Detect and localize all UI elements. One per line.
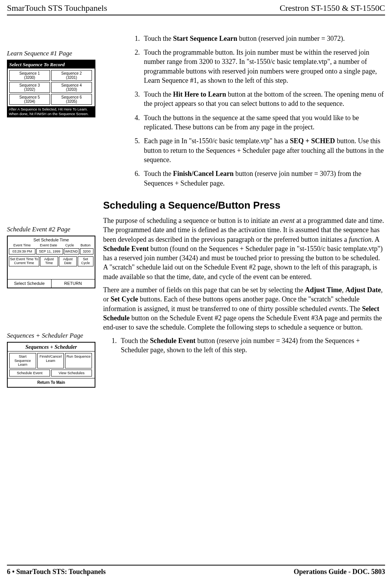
seq-button[interactable]: Sequence 6(3205)	[51, 94, 92, 105]
event-cycle: WKEND	[64, 248, 79, 254]
seq-button[interactable]: Sequence 5(3204)	[9, 94, 50, 105]
header-right: Crestron ST-1550 & ST-1550C	[280, 2, 385, 14]
step-2: Touch the programmable button. Its join …	[142, 48, 385, 85]
step-5: Each page in In "st-1550/c basic templat…	[142, 136, 385, 164]
seq-button[interactable]: Sequence 4(3203)	[51, 82, 92, 93]
set-cycle-button[interactable]: Set Cycle	[78, 256, 93, 266]
header-left: SmarTouch STS Touchpanels	[7, 2, 107, 14]
seq-button[interactable]: Sequence 1(3200)	[9, 70, 50, 81]
fig-sequences-scheduler: Sequences + Scheduler Start Sequence Lea…	[7, 342, 95, 388]
return-button[interactable]: RETURN	[52, 279, 95, 288]
fig2-head: Set Schedule Time	[8, 236, 95, 243]
step-1: Touch the Start Sequence Learn button (r…	[142, 34, 385, 43]
view-schedules-button[interactable]: View Schedules	[51, 370, 92, 377]
seq-button[interactable]: Sequence 2(3201)	[51, 70, 92, 81]
fig2-cols: Event Time Event Date Cycle Button	[8, 243, 95, 248]
scheduling-paragraph-2: There are a number of fields on this pag…	[103, 285, 385, 332]
schedule-event-button[interactable]: Schedule Event	[9, 370, 50, 377]
steps-scheduling: Touch the Schedule Event button (reserve…	[103, 336, 385, 355]
fig1-title: Select Sequence To Record	[8, 60, 95, 69]
finish-cancel-learn-button[interactable]: Finish/Cancel Learn	[37, 353, 64, 368]
adjust-date-button[interactable]: Adjust Date	[59, 256, 77, 266]
section-title-scheduling: Scheduling a Sequence/Button Press	[103, 199, 385, 212]
select-schedule-button[interactable]: Select Schedule	[8, 279, 52, 288]
fig-schedule-event: Set Schedule Time Event Time Event Date …	[7, 236, 95, 288]
event-date: SEP 11, 1999	[36, 248, 63, 254]
event-button: 3200	[80, 248, 93, 254]
page-header: SmarTouch STS Touchpanels Crestron ST-15…	[7, 0, 385, 15]
step-4: Touch the buttons in the sequence at the…	[142, 113, 385, 132]
step-6: Touch the Finish/Cancel Learn button (re…	[142, 169, 385, 188]
fig2-caption: Schedule Event #2 Page	[7, 225, 118, 234]
seq-button[interactable]: Sequence 3(3202)	[9, 82, 50, 93]
page-footer: 6 • SmarTouch STS: Touchpanels Operation…	[7, 565, 385, 576]
return-to-main-button[interactable]: Return To Main	[8, 378, 95, 387]
set-current-time-button[interactable]: Set Event Time To Current Time	[9, 256, 39, 266]
fig1-footnote: After A Sequence Is Selected, Hit Here T…	[8, 106, 95, 117]
footer-left: 6 • SmarTouch STS: Touchpanels	[7, 567, 106, 576]
start-seq-learn-button[interactable]: Start Sequence Learn	[9, 353, 36, 368]
scheduling-paragraph-1: The purpose of scheduling a sequence or …	[103, 216, 385, 281]
fig-learn-sequence: Select Sequence To Record Sequence 1(320…	[7, 60, 95, 117]
step-3: Touch the Hit Here to Learn button at th…	[142, 90, 385, 109]
fig3-caption: Sequences + Scheduler Page	[7, 331, 118, 340]
fig3-title: Sequences + Scheduler	[8, 343, 95, 352]
event-time: 03:29:39 PM	[9, 248, 35, 254]
main-content: Touch the Start Sequence Learn button (r…	[126, 34, 385, 388]
scheduling-step-1: Touch the Schedule Event button (reserve…	[118, 336, 385, 355]
footer-right: Operations Guide - DOC. 5803	[294, 567, 385, 576]
steps-learning-sequence: Touch the Start Sequence Learn button (r…	[126, 34, 385, 188]
run-sequence-button[interactable]: Run Sequence	[65, 353, 92, 368]
fig1-caption: Learn Sequence #1 Page	[7, 49, 118, 58]
adjust-time-button[interactable]: Adjust Time	[40, 256, 58, 266]
